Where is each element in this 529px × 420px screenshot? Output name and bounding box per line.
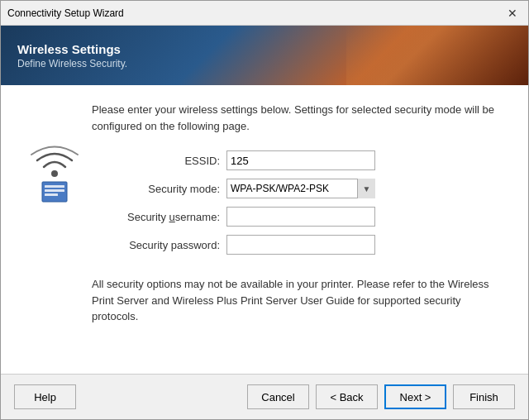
svg-rect-4 xyxy=(45,193,58,196)
security-password-label: Security password: xyxy=(100,239,220,251)
essid-row: ESSID: xyxy=(100,150,503,170)
essid-label: ESSID: xyxy=(100,155,220,167)
security-mode-select[interactable]: WPA-PSK/WPA2-PSK WPA2-PSK WPA-PSK WEP No… xyxy=(226,179,375,198)
security-username-label: Security username: xyxy=(100,211,220,223)
title-bar: Connectivity Setup Wizard ✕ xyxy=(1,1,528,26)
note-text: All security options may not be availabl… xyxy=(92,276,503,325)
cancel-button[interactable]: Cancel xyxy=(247,384,309,409)
close-button[interactable]: ✕ xyxy=(503,4,522,22)
back-button[interactable]: < Back xyxy=(316,384,378,409)
header-title: Wireless Settings xyxy=(17,42,127,56)
essid-input[interactable] xyxy=(226,150,375,170)
header-banner: Wireless Settings Define Wireless Securi… xyxy=(1,26,528,85)
header-subtitle: Define Wireless Security. xyxy=(17,58,127,69)
footer: Help Cancel < Back Next > Finish xyxy=(1,375,528,419)
form-area: ESSID: Security mode: WPA-PSK/WPA2-PSK W… xyxy=(26,150,503,255)
security-username-input[interactable] xyxy=(226,207,375,227)
description-text: Please enter your wireless settings belo… xyxy=(92,102,503,134)
security-mode-row: Security mode: WPA-PSK/WPA2-PSK WPA2-PSK… xyxy=(100,179,503,198)
next-button[interactable]: Next > xyxy=(384,384,446,409)
footer-left: Help xyxy=(14,384,76,409)
svg-rect-2 xyxy=(45,185,64,188)
form-fields: ESSID: Security mode: WPA-PSK/WPA2-PSK W… xyxy=(100,150,503,255)
window-title: Connectivity Setup Wizard xyxy=(7,7,124,19)
security-mode-label: Security mode: xyxy=(100,183,220,195)
security-password-input[interactable] xyxy=(226,235,375,255)
help-button[interactable]: Help xyxy=(14,384,76,409)
svg-rect-3 xyxy=(45,189,64,192)
main-window: Connectivity Setup Wizard ✕ Wireless Set… xyxy=(0,0,529,420)
svg-point-0 xyxy=(51,170,58,177)
header-text: Wireless Settings Define Wireless Securi… xyxy=(17,42,127,69)
security-mode-select-wrapper: WPA-PSK/WPA2-PSK WPA2-PSK WPA-PSK WEP No… xyxy=(226,179,375,198)
finish-button[interactable]: Finish xyxy=(453,384,515,409)
security-password-row: Security password: xyxy=(100,235,503,255)
security-username-row: Security username: xyxy=(100,207,503,227)
content-area: Please enter your wireless settings belo… xyxy=(1,85,528,374)
wifi-icon xyxy=(26,142,83,208)
